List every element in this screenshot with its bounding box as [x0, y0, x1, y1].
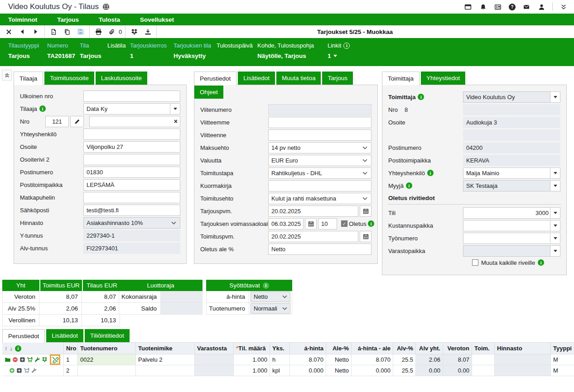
line1-alv[interactable]: 25.5: [393, 354, 416, 365]
tyonumero-combobox[interactable]: [463, 233, 560, 244]
tab-tilaaja[interactable]: Tilaaja: [14, 72, 43, 85]
tili-combobox[interactable]: 3000: [463, 207, 560, 219]
calendar-icon[interactable]: [360, 206, 371, 217]
osoiterivi2-field[interactable]: [83, 154, 180, 165]
maksuehto-select[interactable]: 14 pv netto: [268, 142, 371, 153]
tab-toimitusosoite[interactable]: Toimitusosoite: [44, 72, 94, 85]
valuutta-select[interactable]: EUR Euro: [268, 155, 371, 166]
add-line-icon[interactable]: [9, 368, 15, 373]
tilaaja-info-icon[interactable]: [39, 105, 46, 112]
oletus-checkbox[interactable]: [341, 220, 347, 227]
add-detail-icon[interactable]: [16, 368, 22, 373]
line2-a-hinta[interactable]: 0.000: [290, 365, 326, 376]
menu-tarjous[interactable]: Tarjous: [57, 16, 79, 23]
line1-tuotenimike[interactable]: Palvelu 2: [136, 354, 195, 365]
toimituspvm-field[interactable]: 20.02.2025: [268, 231, 358, 242]
varastopaikka-combobox[interactable]: [463, 245, 560, 257]
print-icon[interactable]: [93, 27, 104, 37]
menu-sovellukset[interactable]: Sovellukset: [140, 16, 174, 23]
line2-yks[interactable]: kpl: [270, 365, 290, 376]
muuta-kaikille-info-icon[interactable]: [538, 259, 544, 266]
tools-wrench-icon[interactable]: [34, 357, 40, 363]
attachments-paperclip-icon[interactable]: [106, 27, 117, 37]
dropbox-line-icon[interactable]: [42, 357, 48, 363]
notifications-bell-icon[interactable]: [479, 3, 487, 11]
tab-yhteystiedot[interactable]: Yhteystiedot: [421, 72, 465, 85]
viitteenne-field[interactable]: [268, 129, 371, 141]
tuotenumero-mode-select[interactable]: Normaali: [251, 303, 290, 314]
remove-line-icon[interactable]: [12, 357, 18, 363]
tab-toimittaja[interactable]: Toimittaja: [382, 72, 420, 85]
line1-tuotenumero[interactable]: 0022: [78, 354, 136, 365]
viitteemme-field[interactable]: [268, 117, 371, 128]
oletus-info-icon[interactable]: [368, 220, 374, 227]
line2-tuotenumero[interactable]: [78, 365, 136, 376]
sort-up-icon[interactable]: ↑: [5, 345, 8, 352]
tab-lines-lisatiedot[interactable]: Lisätiedot: [46, 329, 83, 342]
user-icon[interactable]: [537, 3, 545, 11]
calendar-icon[interactable]: [305, 218, 317, 229]
toimittaja-dropdown-button[interactable]: [550, 92, 560, 102]
sort-down-icon[interactable]: ↓: [10, 345, 13, 352]
add-to-cart-icon[interactable]: [27, 357, 33, 363]
tab-perustiedot[interactable]: Perustiedot: [194, 72, 236, 85]
yhteyshenkilo-dropdown-button[interactable]: [550, 168, 560, 178]
toimittaja-info-icon[interactable]: [418, 94, 424, 100]
tilaaja-combobox[interactable]: Data Ky: [83, 103, 180, 115]
tab-lisatiedot[interactable]: Lisätiedot: [238, 72, 275, 85]
line2-toim[interactable]: [472, 365, 495, 376]
osoite-field[interactable]: Viljonpolku 27: [83, 141, 180, 153]
yhteyshenkilo-combobox[interactable]: Maija Mainio: [463, 167, 560, 179]
download-icon[interactable]: [142, 27, 153, 37]
tab-muuta-tietoa[interactable]: Muuta tietoa: [276, 72, 321, 85]
entry-modes-info-icon[interactable]: [263, 282, 269, 289]
folder-open-icon[interactable]: [5, 357, 11, 363]
line2-alv[interactable]: 25.5: [393, 365, 416, 376]
previous-record-icon[interactable]: [17, 27, 28, 37]
tab-tarjous[interactable]: Tarjous: [322, 72, 353, 85]
collapse-panels-button[interactable]: [2, 70, 12, 81]
line2-til-maara[interactable]: 1.000: [234, 365, 270, 376]
tili-dropdown-button[interactable]: [550, 208, 560, 218]
menu-tulosta[interactable]: Tulosta: [99, 16, 120, 23]
matkapuhelin-field[interactable]: [83, 192, 180, 203]
dropbox-icon[interactable]: [129, 27, 140, 37]
muuta-kaikille-checkbox[interactable]: [472, 259, 478, 266]
myyja-info-icon[interactable]: [406, 182, 412, 189]
yhteyshenkilo-info-icon[interactable]: [427, 170, 434, 176]
line2-a-hinta-ale[interactable]: 0.000: [352, 365, 393, 376]
tyonumero-dropdown-button[interactable]: [550, 233, 560, 244]
tilaaja-dropdown-button[interactable]: [170, 104, 180, 114]
kustannuspaikka-combobox[interactable]: [463, 220, 560, 231]
tab-lines-perustiedot[interactable]: Perustiedot: [2, 329, 45, 343]
myyja-dropdown-button[interactable]: [550, 181, 560, 191]
linkit-info-icon[interactable]: [343, 43, 350, 49]
menu-toiminnot[interactable]: Toiminnot: [8, 16, 37, 23]
myyja-combobox[interactable]: SK Testaaja: [463, 180, 560, 191]
line1-toim[interactable]: [472, 354, 495, 365]
nro-extra-field[interactable]: [89, 116, 180, 127]
sahkoposti-field[interactable]: testi@testi.fi: [83, 205, 180, 216]
varastopaikka-dropdown-button[interactable]: [550, 246, 560, 256]
yhteyshenkilo-field[interactable]: [83, 129, 180, 140]
close-icon[interactable]: [3, 27, 14, 37]
line2-tyyppi[interactable]: M: [551, 365, 574, 376]
more-double-chevron-icon[interactable]: [560, 3, 568, 11]
band-label-tarjouksen-tila[interactable]: Tarjouksen tila: [174, 42, 211, 49]
line2-ale[interactable]: Netto: [326, 365, 352, 376]
help-icon[interactable]: ?: [509, 4, 516, 10]
kuormakirja-field[interactable]: [268, 180, 371, 191]
calendar-icon[interactable]: [360, 231, 371, 242]
new-document-icon[interactable]: [48, 27, 59, 37]
unlink-icon[interactable]: [52, 356, 58, 363]
band-label-tila[interactable]: Tila: [80, 42, 101, 49]
hinnasto-select[interactable]: Asiakashinnasto 10%: [83, 217, 180, 229]
add-detail-icon[interactable]: [19, 357, 25, 363]
postinumero-field[interactable]: 01830: [83, 167, 180, 178]
ulkoinen-nro-field[interactable]: [83, 91, 180, 102]
band-label-tarjouskierros[interactable]: Tarjouskierros: [130, 42, 167, 49]
linkit-dropdown[interactable]: 1: [328, 52, 350, 59]
line2-tuotenimike[interactable]: [136, 365, 195, 376]
window-icon[interactable]: [464, 3, 472, 11]
band-label-tilaustyyppi[interactable]: Tilaustyyppi: [8, 42, 39, 49]
